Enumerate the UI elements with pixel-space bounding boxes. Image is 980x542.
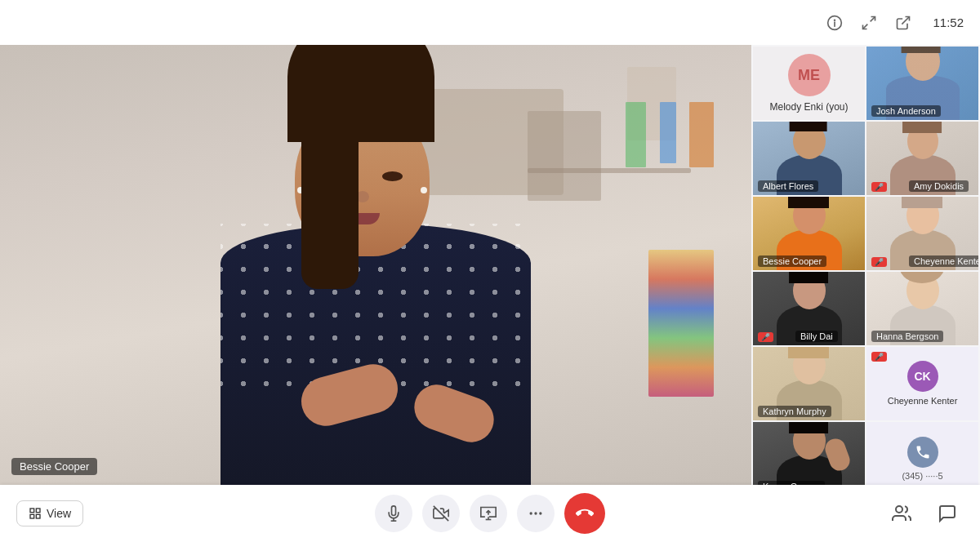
cheyenne2-avatar: CK — [907, 361, 938, 392]
more-button[interactable] — [517, 495, 555, 532]
participant-tile-billy[interactable]: 🎤 Billy Dai — [753, 272, 865, 345]
mute-indicator-cheyenne2: 🎤 — [871, 352, 887, 362]
mute-indicator-billy: 🎤 — [758, 332, 773, 342]
clock: 11:52 — [933, 16, 964, 29]
participant-tile-hanna[interactable]: Hanna Bergson — [866, 272, 978, 345]
svg-line-4 — [863, 24, 868, 29]
video-background — [0, 45, 751, 485]
main-area: Bessie Cooper ME Melody Enki (you) Josh … — [0, 45, 980, 485]
participant-tile-self[interactable]: ME Melody Enki (you) — [753, 47, 865, 120]
grid-icon — [29, 507, 42, 520]
tile-name-bessie: Bessie Cooper — [758, 255, 826, 267]
mute-indicator-amy: 🎤 — [871, 182, 887, 192]
mic-icon — [385, 505, 402, 522]
main-video: Bessie Cooper — [0, 45, 751, 485]
video-button[interactable] — [422, 495, 460, 532]
chat-icon — [938, 504, 957, 523]
tile-name-kathryn: Kathryn Murphy — [758, 406, 831, 417]
svg-point-16 — [539, 512, 541, 514]
more-icon — [528, 505, 544, 522]
svg-point-15 — [534, 512, 537, 514]
participant-tile-cheyenne2[interactable]: 🎤 CK Cheyenne Kenter — [866, 347, 978, 420]
people-icon — [892, 504, 911, 523]
tile-name-cheyenne1: Cheyenne Kenter — [909, 255, 978, 267]
participant-grid: ME Melody Enki (you) Josh Anderson — [751, 45, 980, 485]
mic-button[interactable] — [375, 495, 412, 532]
video-off-icon — [433, 505, 449, 522]
participant-tile-cheyenne1[interactable]: 🎤 Cheyenne Kenter — [866, 197, 978, 270]
svg-rect-7 — [36, 509, 40, 513]
self-avatar: ME — [788, 54, 831, 96]
bottom-right-controls — [885, 497, 964, 530]
svg-rect-8 — [30, 514, 34, 518]
self-name: Melody Enki (you) — [769, 101, 848, 113]
participant-tile-phone[interactable]: (345) ·····5 — [866, 422, 978, 485]
svg-point-17 — [896, 506, 902, 513]
share-icon[interactable] — [893, 13, 913, 33]
bottom-left-controls: View — [16, 500, 83, 526]
participant-tile-kasey[interactable]: Kasey George — [753, 422, 865, 485]
speaker-name-label: Bessie Cooper — [11, 458, 97, 475]
phone-avatar — [907, 437, 938, 468]
view-button[interactable]: View — [16, 500, 83, 526]
end-call-button[interactable] — [564, 493, 605, 534]
tile-name-josh: Josh Anderson — [871, 105, 941, 117]
mute-indicator-cheyenne1: 🎤 — [871, 257, 887, 267]
info-icon[interactable] — [825, 13, 844, 33]
top-bar: 11:52 — [0, 0, 980, 45]
participant-tile-albert[interactable]: Albert Flores — [753, 122, 865, 195]
expand-icon[interactable] — [859, 13, 879, 33]
participant-tile-amy[interactable]: 🎤 Amy Dokidis — [866, 122, 978, 195]
tile-name-billy: Billy Dai — [795, 331, 838, 342]
svg-point-14 — [530, 512, 532, 514]
svg-line-5 — [902, 16, 910, 24]
tile-name-hanna: Hanna Bergson — [871, 331, 943, 342]
chat-button[interactable] — [931, 497, 964, 530]
end-call-icon — [576, 504, 594, 522]
participant-tile-kathryn[interactable]: Kathryn Murphy — [753, 347, 865, 420]
screen-share-icon — [480, 505, 497, 522]
bottom-center-controls — [375, 493, 605, 534]
people-button[interactable] — [885, 497, 918, 530]
phone-number: (345) ·····5 — [902, 471, 942, 481]
svg-rect-9 — [36, 514, 40, 518]
svg-rect-6 — [30, 509, 34, 513]
tile-name-amy: Amy Dokidis — [909, 180, 969, 192]
tile-name-albert: Albert Flores — [758, 180, 818, 192]
participant-tile-josh[interactable]: Josh Anderson — [866, 47, 978, 120]
share-screen-button[interactable] — [470, 495, 507, 532]
bottom-bar: View — [0, 485, 980, 542]
svg-line-3 — [871, 16, 875, 21]
tile-name-cheyenne2: Cheyenne Kenter — [883, 395, 963, 406]
participant-tile-bessie[interactable]: Bessie Cooper — [753, 197, 865, 270]
